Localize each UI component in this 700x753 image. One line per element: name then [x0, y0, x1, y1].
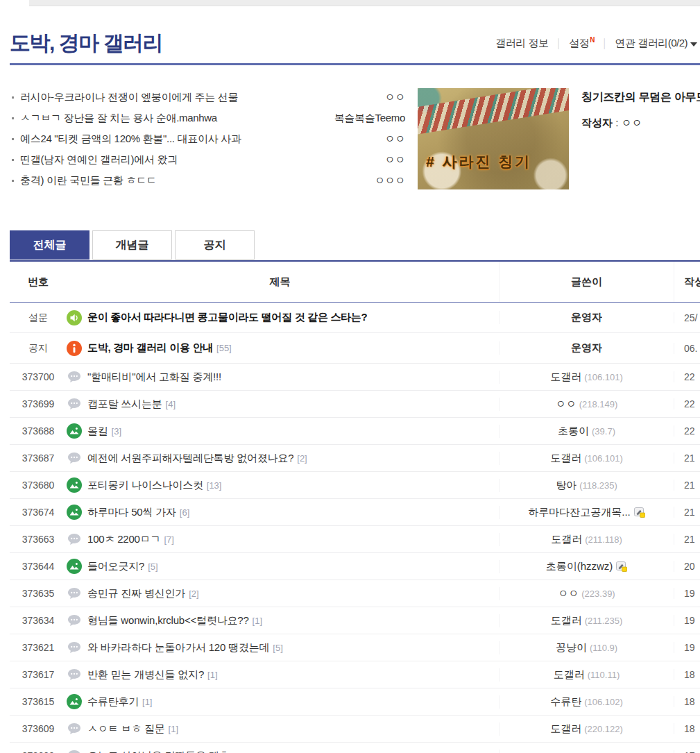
news-item-writer: ㅇㅇ	[385, 153, 405, 167]
post-writer[interactable]: 수류탄	[550, 695, 581, 709]
post-date: 22	[674, 371, 700, 382]
post-title[interactable]: 하루마다 50씩 가자	[87, 506, 176, 519]
post-writer[interactable]: ㅇㅇ	[556, 750, 577, 753]
post-number: 373663	[10, 534, 67, 545]
post-writer[interactable]: 꽁냥이	[556, 641, 587, 654]
featured-author: 작성자 : ㅇㅇ	[581, 117, 700, 130]
header-links: 갤러리 정보 │ 설정N │ 연관 갤러리(0/2)	[495, 36, 697, 50]
post-date: 18	[674, 669, 700, 680]
related-galleries-dropdown[interactable]: 연관 갤러리(0/2)	[615, 37, 697, 50]
post-number: 373680	[10, 480, 67, 491]
tab-all-posts[interactable]: 전체글	[10, 230, 89, 260]
writer-ip: (223.39)	[581, 589, 615, 599]
reply-count: [4]	[166, 399, 176, 409]
text-post-icon	[67, 721, 82, 736]
bullet-icon	[12, 117, 14, 119]
post-date: 21	[674, 507, 700, 518]
gallery-info-link[interactable]: 갤러리 정보	[495, 37, 548, 50]
image-post-icon	[67, 559, 82, 574]
table-row: 373644 들어오긋지? [5] 초롱이(hzzwz) 20	[10, 553, 700, 580]
table-row: 373621 와 바카라하다 눈돌아가서 120 땡겼는데 [5] 꽁냥이 (1…	[10, 634, 700, 661]
post-number: 373700	[10, 371, 67, 382]
text-post-icon	[67, 532, 82, 547]
settings-link[interactable]: 설정N	[569, 36, 595, 50]
post-writer[interactable]: 운영자	[571, 311, 602, 324]
post-title[interactable]: 와 바카라하다 눈돌아가서 120 땡겼는데	[87, 641, 269, 654]
news-item: 띤갤(남자 연예인 갤러리)에서 왔긔 ㅇㅇ	[10, 149, 405, 170]
poll-speaker-icon	[67, 310, 82, 325]
post-title[interactable]: 오늘도 살아남은 민짜들은 개추 ㅋㅋㅋㅋ	[87, 750, 273, 753]
news-item: 예스24 "티켓 금액의 120% 환불"... 대표이사 사과 ㅇㅇ	[10, 128, 405, 149]
reply-count: [1]	[207, 670, 217, 680]
table-header-row: 번호 제목 글쓴이 작성일	[10, 262, 700, 303]
post-title[interactable]: 캡포탈 쓰시는분	[87, 398, 162, 411]
post-title[interactable]: 포티몽키 나이스나이스컷	[87, 479, 203, 492]
post-date: 17	[674, 750, 700, 753]
news-item-writer: ㅇㅇ	[385, 91, 405, 104]
news-item-title[interactable]: ㅅㄱㅂㄱ 장난을 잘 치는 용사 순애.manhwa	[20, 112, 326, 125]
post-title[interactable]: 예전에 서원주피해자텔레단톡방 없어졌나요?	[87, 452, 293, 465]
header-writer: 글쓴이	[499, 262, 674, 302]
post-number: 373617	[10, 669, 67, 680]
new-badge: N	[590, 36, 595, 44]
news-item-title[interactable]: 띤갤(남자 연예인 갤러리)에서 왔긔	[20, 153, 377, 167]
news-item-title[interactable]: 러시아-우크라이나 전쟁이 엪붕이에게 주는 선물	[20, 91, 377, 104]
post-title[interactable]: 형님들 wonwin,krclub<<털렷나요??	[87, 614, 249, 627]
post-title[interactable]: 100ㅊ 2200ㅁㄱ	[87, 533, 160, 546]
table-row: 373634 형님들 wonwin,krclub<<털렷나요?? [1] 도갤러…	[10, 607, 700, 634]
image-post-icon	[67, 505, 82, 520]
post-title[interactable]: 들어오긋지?	[87, 560, 144, 573]
table-row: 373617 반환 믿는 개병신들 없지? [1] 도갤러 (110.11) 1…	[10, 661, 700, 688]
writer-ip: (110.11)	[588, 670, 620, 680]
text-post-icon	[67, 396, 82, 412]
post-writer[interactable]: 도갤러	[550, 371, 581, 384]
tab-best-posts[interactable]: 개념글	[92, 230, 172, 260]
table-row: 공지 도박, 경마 갤러리 이용 안내 [55] 운영자 06.	[10, 333, 700, 364]
featured-title[interactable]: 칭기즈칸의 무덤은 아무도	[581, 90, 700, 105]
news-item: 충격) 이란 국민들 근황 ㅎㄷㄷ ㅇㅇㅇ	[10, 170, 405, 191]
post-writer[interactable]: 도갤러	[554, 668, 585, 682]
post-date: 20	[674, 561, 700, 572]
writer-ip: (106.101)	[584, 453, 623, 464]
post-title[interactable]: ㅅㅇㅌ ㅂㅎ 질문	[87, 722, 165, 736]
post-writer[interactable]: 하루마다잔고공개목...	[528, 506, 631, 519]
reply-count: [5]	[273, 643, 282, 653]
post-title[interactable]: 운이 좋아서 따라다니면 콩고물이라도 떨어질 것 같은 스타는?	[87, 311, 367, 324]
post-writer[interactable]: 도갤러	[550, 452, 581, 465]
post-number: 설문	[10, 312, 67, 324]
post-writer[interactable]: ㅇㅇ	[556, 398, 577, 411]
news-item-title[interactable]: 예스24 "티켓 금액의 120% 환불"... 대표이사 사과	[20, 133, 377, 146]
table-row: 373674 하루마다 50씩 가자 [6] 하루마다잔고공개목... 21	[10, 499, 700, 526]
header-divider	[10, 63, 700, 65]
post-title[interactable]: 도박, 경마 갤러리 이용 안내	[87, 341, 213, 355]
post-writer[interactable]: 도갤러	[550, 722, 581, 736]
post-title[interactable]: 올킬	[87, 425, 108, 438]
table-row: 373699 캡포탈 쓰시는분 [4] ㅇㅇ (218.149) 22	[10, 391, 700, 418]
post-date: 19	[674, 588, 700, 599]
reply-count: [7]	[164, 534, 173, 545]
post-writer[interactable]: 탕아	[556, 479, 577, 492]
featured-article: 칭기즈칸의 무덤은 아무도 작성자 : ㅇㅇ	[581, 90, 700, 130]
news-item-title[interactable]: 충격) 이란 국민들 근황 ㅎㄷㄷ	[20, 174, 366, 187]
post-title[interactable]: "할매티비"에서 고화질 중계!!!	[87, 371, 221, 384]
table-row: 373635 송민규 진짜 병신인가 [2] ㅇㅇ (223.39) 19	[10, 580, 700, 607]
post-writer[interactable]: 초롱이(hzzwz)	[546, 560, 613, 573]
post-writer[interactable]: 운영자	[571, 341, 602, 355]
post-writer[interactable]: 도갤러	[551, 533, 582, 546]
post-number: 공지	[10, 342, 67, 355]
post-date: 18	[674, 696, 700, 707]
table-row: 373700 "할매티비"에서 고화질 중계!!! 도갤러 (106.101) …	[10, 364, 700, 391]
post-writer[interactable]: 도갤러	[551, 614, 582, 627]
image-post-icon	[67, 423, 82, 439]
tab-notice[interactable]: 공지	[175, 230, 255, 260]
post-title[interactable]: 수류탄후기	[87, 695, 139, 709]
reply-count: [1]	[253, 616, 262, 626]
post-title[interactable]: 송민규 진짜 병신인가	[87, 587, 185, 600]
post-writer[interactable]: ㅇㅇ	[558, 587, 579, 600]
post-title[interactable]: 반환 믿는 개병신들 없지?	[87, 668, 204, 682]
writer-ip: (106.102)	[584, 697, 623, 707]
post-writer[interactable]: 초롱이	[558, 425, 589, 438]
writer-ip: (110.9)	[590, 643, 617, 653]
post-number: 373609	[10, 723, 67, 734]
featured-thumbnail[interactable]: # 사라진 칭기	[418, 88, 569, 189]
